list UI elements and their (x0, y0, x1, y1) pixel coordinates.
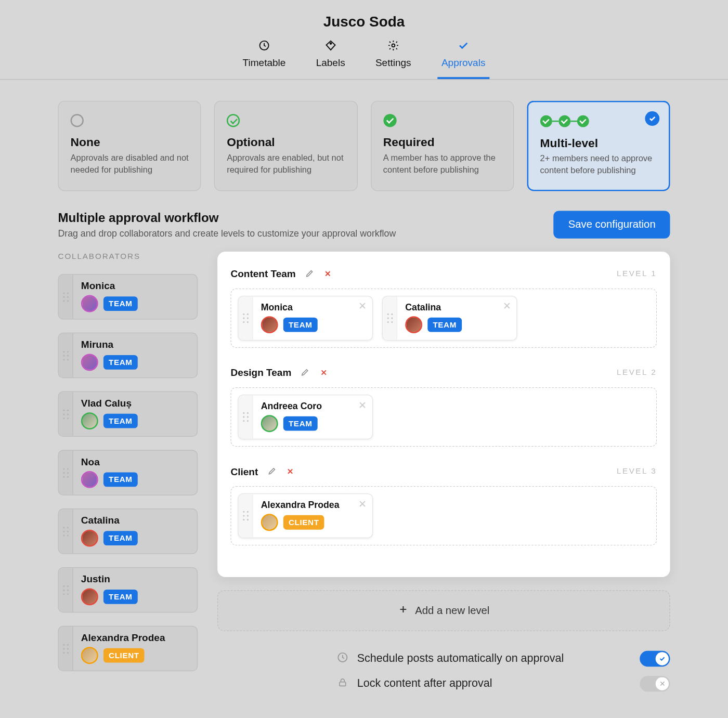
collaborator-name: Alexandra Prodea (81, 632, 189, 644)
drag-handle-icon[interactable] (59, 510, 73, 554)
collaborator-card[interactable]: Alexandra ProdeaCLIENT (58, 626, 198, 671)
svg-point-1 (330, 43, 331, 44)
collaborator-card[interactable]: CatalinaTEAM (58, 509, 198, 554)
levels-panel: Content TeamLEVEL 1MonicaTEAM✕CatalinaTE… (217, 252, 670, 577)
svg-point-12 (67, 355, 68, 356)
drag-handle-icon[interactable] (59, 451, 73, 495)
drag-handle-icon[interactable] (383, 297, 397, 341)
svg-point-49 (243, 321, 244, 323)
tab-labels[interactable]: Labels (312, 40, 349, 79)
workflow-area: COLLABORATORS MonicaTEAMMirunaTEAMVlad C… (58, 252, 670, 701)
svg-point-4 (67, 292, 68, 294)
gear-icon (387, 40, 399, 51)
collaborator-card[interactable]: MirunaTEAM (58, 333, 198, 378)
avatar (81, 295, 98, 312)
avatar (261, 514, 278, 531)
svg-point-50 (246, 321, 248, 323)
approval-mode-cards: None Approvals are disabled and not need… (58, 101, 670, 191)
tab-timetable[interactable]: Timetable (239, 40, 290, 79)
member-name: Catalina (405, 302, 509, 312)
clock-icon (258, 40, 270, 51)
add-level-button[interactable]: Add a new level (217, 591, 670, 632)
drag-handle-icon[interactable] (59, 275, 73, 319)
level-member-card[interactable]: Andreea CoroTEAM✕ (238, 395, 373, 439)
drag-handle-icon[interactable] (59, 626, 73, 671)
member-name: Alexandra Prodea (261, 500, 365, 510)
role-badge: TEAM (103, 355, 138, 370)
tab-approvals[interactable]: Approvals (437, 40, 489, 79)
level-number-label: LEVEL 3 (617, 467, 657, 476)
avatar (261, 415, 278, 433)
svg-point-21 (63, 468, 64, 469)
collaborator-name: Catalina (81, 515, 189, 526)
level-member-card[interactable]: CatalinaTEAM✕ (382, 296, 517, 341)
drag-handle-icon[interactable] (59, 334, 73, 378)
card-title: None (71, 136, 189, 150)
edit-level-icon[interactable] (302, 266, 317, 281)
save-configuration-button[interactable]: Save configuration (554, 211, 670, 239)
drag-handle-icon[interactable] (239, 396, 253, 439)
drag-handle-icon[interactable] (59, 392, 73, 436)
collaborator-card[interactable]: Vlad CalușTEAM (58, 391, 198, 437)
setting-auto-schedule: Schedule posts automatically on approval (336, 651, 670, 667)
card-required[interactable]: Required A member has to approve the con… (371, 101, 514, 191)
card-multi-level[interactable]: Multi-level 2+ members need to approve c… (527, 101, 670, 191)
remove-member-icon[interactable]: ✕ (358, 498, 367, 510)
svg-point-47 (243, 318, 244, 319)
svg-point-27 (63, 527, 64, 528)
delete-level-icon[interactable] (316, 365, 331, 380)
tab-label: Labels (316, 57, 345, 68)
remove-member-icon[interactable]: ✕ (358, 301, 367, 312)
remove-member-icon[interactable]: ✕ (503, 301, 511, 312)
collaborators-heading: COLLABORATORS (58, 252, 198, 261)
level-dropzone[interactable]: Andreea CoroTEAM✕ (230, 387, 657, 447)
svg-point-43 (63, 652, 64, 654)
svg-point-34 (67, 585, 68, 587)
card-desc: 2+ members need to approve content befor… (540, 153, 657, 177)
svg-point-31 (63, 534, 64, 536)
edit-level-icon[interactable] (298, 365, 313, 380)
card-desc: A member has to approve the content befo… (383, 152, 501, 176)
tab-settings[interactable]: Settings (371, 40, 415, 79)
avatar (261, 317, 278, 334)
svg-point-26 (67, 476, 68, 478)
role-badge: TEAM (103, 297, 138, 311)
delete-level-icon[interactable] (321, 266, 335, 281)
check-fill-icon (383, 113, 501, 128)
edit-level-icon[interactable] (265, 464, 279, 478)
toggle-auto-schedule[interactable] (640, 651, 670, 667)
card-none[interactable]: None Approvals are disabled and not need… (58, 101, 201, 191)
svg-point-24 (67, 472, 68, 474)
drag-handle-icon[interactable] (239, 494, 253, 538)
svg-point-33 (63, 585, 64, 587)
collaborator-name: Monica (81, 280, 189, 292)
card-desc: Approvals are disabled and not needed fo… (71, 152, 189, 176)
svg-point-7 (63, 300, 64, 302)
delete-level-icon[interactable] (283, 464, 297, 478)
avatar (81, 589, 98, 606)
card-optional[interactable]: Optional Approvals are enabled, but not … (214, 101, 357, 191)
level-dropzone[interactable]: MonicaTEAM✕CatalinaTEAM✕ (230, 289, 657, 348)
collaborator-card[interactable]: MonicaTEAM (58, 275, 198, 320)
drag-handle-icon[interactable] (59, 568, 73, 612)
svg-point-3 (63, 292, 64, 294)
lock-icon (336, 677, 349, 691)
toggle-lock-content[interactable]: ✕ (640, 676, 670, 691)
svg-point-29 (63, 531, 64, 532)
level-number-label: LEVEL 1 (617, 269, 657, 278)
collaborator-card[interactable]: JustinTEAM (58, 567, 198, 612)
level-name: Design Team (230, 367, 291, 378)
approval-level: Design TeamLEVEL 2Andreea CoroTEAM✕ (230, 365, 657, 447)
remove-member-icon[interactable]: ✕ (358, 399, 367, 411)
card-title: Multi-level (540, 136, 657, 150)
avatar (81, 471, 98, 488)
drag-handle-icon[interactable] (239, 297, 253, 341)
svg-point-60 (246, 416, 248, 418)
svg-point-65 (243, 515, 244, 517)
member-name: Andreea Coro (261, 401, 365, 411)
level-dropzone[interactable]: Alexandra ProdeaCLIENT✕ (230, 487, 657, 546)
level-name: Content Team (230, 268, 295, 280)
collaborator-card[interactable]: NoaTEAM (58, 450, 198, 495)
level-member-card[interactable]: MonicaTEAM✕ (238, 296, 373, 341)
level-member-card[interactable]: Alexandra ProdeaCLIENT✕ (238, 493, 373, 538)
